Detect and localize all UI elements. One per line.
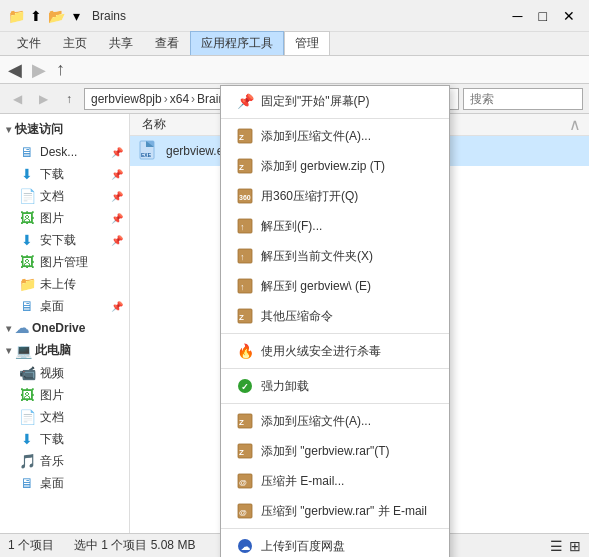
nav-up-button[interactable]: ↑ xyxy=(58,88,80,110)
ctx-extract-here-icon: ↑ xyxy=(235,246,255,266)
ctx-force-uninstall[interactable]: ✓ 强力卸载 xyxy=(221,371,449,401)
toolbar-forward-icon[interactable]: ▶ xyxy=(32,59,46,81)
sidebar-item-picmgr-label: 图片管理 xyxy=(40,254,88,271)
ctx-email-rar-label: 压缩到 "gerbview.rar" 并 E-mail xyxy=(261,503,427,520)
search-input[interactable] xyxy=(463,88,583,110)
col-name-header: 名称 xyxy=(138,116,170,133)
ctx-add-compress-label: 添加到压缩文件(A)... xyxy=(261,128,371,145)
sidebar-item-video[interactable]: 📹 视频 xyxy=(0,362,129,384)
ctx-extract-dir-icon: ↑ xyxy=(235,276,255,296)
toolbar-up-icon[interactable]: ↑ xyxy=(56,59,65,80)
pin-icon-desktop: 📌 xyxy=(111,147,123,158)
ctx-extract-here[interactable]: ↑ 解压到当前文件夹(X) xyxy=(221,241,449,271)
ctx-fire-kill-label: 使用火绒安全进行杀毒 xyxy=(261,343,381,360)
svg-text:Z: Z xyxy=(239,313,244,322)
ctx-add-rar[interactable]: Z 添加到 "gerbview.rar"(T) xyxy=(221,436,449,466)
tab-apptools[interactable]: 应用程序工具 xyxy=(190,31,284,55)
tab-view[interactable]: 查看 xyxy=(144,31,190,55)
toolbar-back-icon[interactable]: ◀ xyxy=(8,59,22,81)
sidebar-item-dl2-label: 下载 xyxy=(40,431,64,448)
sidebar-item-doc[interactable]: 📄 文档 📌 xyxy=(0,185,129,207)
sidebar-item-pic[interactable]: 🖼 图片 📌 xyxy=(0,207,129,229)
ctx-uninstall-icon: ✓ xyxy=(235,376,255,396)
ctx-force-uninstall-label: 强力卸载 xyxy=(261,378,309,395)
ctx-add-compress[interactable]: Z 添加到压缩文件(A)... xyxy=(221,121,449,151)
sidebar-item-anxia-label: 安下载 xyxy=(40,232,76,249)
close-button[interactable]: ✕ xyxy=(557,8,581,24)
sidebar-item-video-label: 视频 xyxy=(40,365,64,382)
context-menu: 📌 固定到"开始"屏幕(P) Z 添加到压缩文件(A)... Z 添加到 ger… xyxy=(220,85,450,557)
pin-icon-anxia: 📌 xyxy=(111,235,123,246)
quick-access-arrow: ▾ xyxy=(6,124,11,135)
ctx-sep-1 xyxy=(221,333,449,334)
ctx-pin-start-label: 固定到"开始"屏幕(P) xyxy=(261,93,370,110)
sidebar-quick-access-header[interactable]: ▾ 快速访问 xyxy=(0,118,129,141)
desktop-icon: 🖥 xyxy=(18,143,36,161)
sidebar-pc-header[interactable]: ▾ 💻 此电脑 xyxy=(0,339,129,362)
svg-text:✓: ✓ xyxy=(241,382,249,392)
ctx-other-compress[interactable]: Z 其他压缩命令 xyxy=(221,301,449,331)
sidebar-item-music[interactable]: 🎵 音乐 xyxy=(0,450,129,472)
ctx-open-360-label: 用360压缩打开(Q) xyxy=(261,188,358,205)
onedrive-label: OneDrive xyxy=(32,321,85,335)
ctx-email-compress-label: 压缩并 E-mail... xyxy=(261,473,344,490)
sidebar-item-desktop[interactable]: 🖥 Desk... 📌 xyxy=(0,141,129,163)
doc2-icon: 📄 xyxy=(18,408,36,426)
nav-forward-button[interactable]: ▶ xyxy=(32,88,54,110)
tab-manage[interactable]: 管理 xyxy=(284,31,330,55)
sidebar-item-music-label: 音乐 xyxy=(40,453,64,470)
sidebar-item-download[interactable]: ⬇ 下载 📌 xyxy=(0,163,129,185)
tab-file[interactable]: 文件 xyxy=(6,31,52,55)
ctx-add-compress2[interactable]: Z 添加到压缩文件(A)... xyxy=(221,406,449,436)
tab-home[interactable]: 主页 xyxy=(52,31,98,55)
ctx-email-rar[interactable]: @ 压缩到 "gerbview.rar" 并 E-mail xyxy=(221,496,449,526)
sidebar-item-dl2[interactable]: ⬇ 下载 xyxy=(0,428,129,450)
sidebar-item-desktop-label: Desk... xyxy=(40,145,77,159)
pic2-icon: 🖼 xyxy=(18,386,36,404)
sidebar: ▾ 快速访问 🖥 Desk... 📌 ⬇ 下载 📌 📄 文档 📌 🖼 图片 📌 … xyxy=(0,114,130,533)
list-view-icon[interactable]: ☰ xyxy=(550,538,563,554)
sidebar-item-desk3[interactable]: 🖥 桌面 xyxy=(0,472,129,494)
ctx-sep-2 xyxy=(221,368,449,369)
ctx-extract-to[interactable]: ↑ 解压到(F)... xyxy=(221,211,449,241)
sidebar-item-download-label: 下载 xyxy=(40,166,64,183)
sidebar-item-picmgr[interactable]: 🖼 图片管理 xyxy=(0,251,129,273)
download-icon: ⬇ xyxy=(18,165,36,183)
ctx-fire-icon: 🔥 xyxy=(235,341,255,361)
grid-view-icon[interactable]: ⊞ xyxy=(569,538,581,554)
minimize-button[interactable]: ─ xyxy=(507,8,529,24)
sidebar-onedrive-header[interactable]: ▾ ☁ OneDrive xyxy=(0,317,129,339)
ctx-sep-4 xyxy=(221,528,449,529)
svg-text:Z: Z xyxy=(239,418,244,427)
onedrive-icon: ☁ xyxy=(15,320,29,336)
svg-text:EXE: EXE xyxy=(141,152,152,158)
window-title: Brains xyxy=(92,9,507,23)
tab-share[interactable]: 共享 xyxy=(98,31,144,55)
sidebar-item-desk2[interactable]: 🖥 桌面 📌 xyxy=(0,295,129,317)
exe-file-icon: EXE xyxy=(138,140,160,162)
ctx-add-zip[interactable]: Z 添加到 gerbview.zip (T) xyxy=(221,151,449,181)
item-count: 1 个项目 xyxy=(8,537,54,554)
ctx-email-compress[interactable]: @ 压缩并 E-mail... xyxy=(221,466,449,496)
sidebar-item-doc2[interactable]: 📄 文档 xyxy=(0,406,129,428)
upload-icon: 📁 xyxy=(18,275,36,293)
nav-back-button[interactable]: ◀ xyxy=(6,88,28,110)
maximize-button[interactable]: □ xyxy=(533,8,553,24)
desk2-icon: 🖥 xyxy=(18,297,36,315)
ctx-email-rar-icon: @ xyxy=(235,501,255,521)
sidebar-item-anxia[interactable]: ⬇ 安下载 📌 xyxy=(0,229,129,251)
ctx-baidu-upload[interactable]: ☁ 上传到百度网盘 xyxy=(221,531,449,557)
sidebar-item-upload[interactable]: 📁 未上传 xyxy=(0,273,129,295)
path-sep-2: › xyxy=(191,92,195,106)
ctx-fire-kill[interactable]: 🔥 使用火绒安全进行杀毒 xyxy=(221,336,449,366)
pc-label: 此电脑 xyxy=(35,342,71,359)
svg-text:☁: ☁ xyxy=(241,542,250,552)
ctx-compress2-icon: Z xyxy=(235,411,255,431)
svg-text:360: 360 xyxy=(239,194,251,201)
ctx-open-360[interactable]: 360 用360压缩打开(Q) xyxy=(221,181,449,211)
ctx-extract-dir[interactable]: ↑ 解压到 gerbview\ (E) xyxy=(221,271,449,301)
ctx-pin-start[interactable]: 📌 固定到"开始"屏幕(P) xyxy=(221,86,449,116)
ctx-add-rar-label: 添加到 "gerbview.rar"(T) xyxy=(261,443,390,460)
sidebar-item-pic2[interactable]: 🖼 图片 xyxy=(0,384,129,406)
doc-icon: 📄 xyxy=(18,187,36,205)
